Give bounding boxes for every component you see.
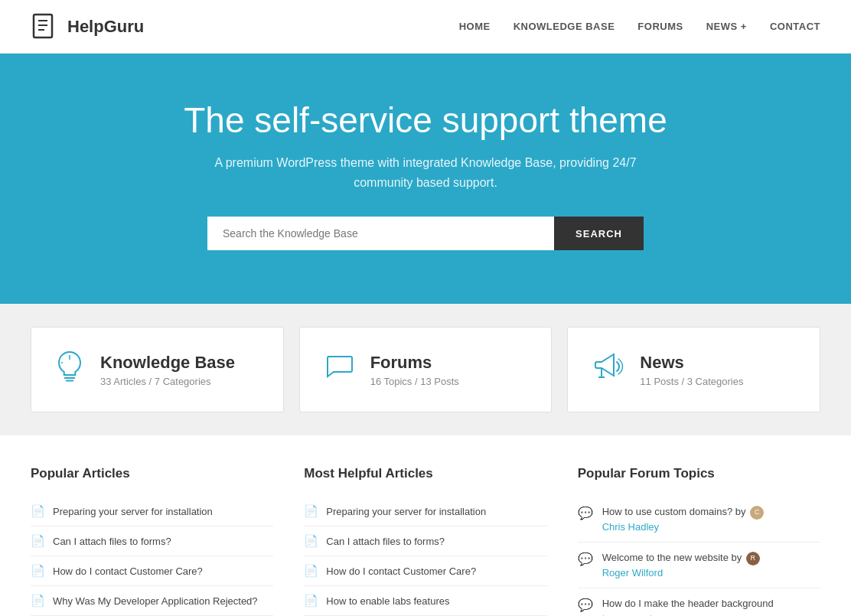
hero-subtitle: A premium WordPress theme with integrate… (211, 153, 640, 192)
forum-topics-heading: Popular Forum Topics (578, 466, 820, 481)
stat-title-knowledge-base: Knowledge Base (100, 353, 235, 373)
forum-topics-col: Popular Forum Topics 💬 How to use custom… (578, 466, 820, 616)
nav-home[interactable]: HOME (459, 21, 491, 32)
stat-title-forums: Forums (370, 353, 459, 373)
forum-author-link[interactable]: Chris Hadley (602, 521, 659, 533)
stat-info-news: News 11 Posts / 3 Categories (640, 353, 743, 387)
list-item[interactable]: 📄 Can I attach files to forms? (31, 526, 273, 556)
nav-knowledge-base[interactable]: KNOWLEDGE BASE (514, 21, 615, 32)
logo-icon (31, 12, 60, 41)
stat-card-knowledge-base[interactable]: Knowledge Base 33 Articles / 7 Categorie… (31, 327, 284, 412)
stat-detail-forums: 16 Topics / 13 Posts (370, 376, 459, 387)
popular-articles-col: Popular Articles 📄 Preparing your server… (31, 466, 273, 616)
stats-section: Knowledge Base 33 Articles / 7 Categorie… (0, 304, 851, 435)
stat-info-forums: Forums 16 Topics / 13 Posts (370, 353, 459, 387)
doc-icon: 📄 (31, 504, 45, 518)
site-header: HelpGuru HOME KNOWLEDGE BASE FORUMS NEWS… (0, 0, 851, 54)
forum-list-item[interactable]: 💬 Welcome to the new website by R Roger … (578, 543, 820, 588)
helpful-articles-heading: Most Helpful Articles (304, 466, 546, 481)
forum-list-item[interactable]: 💬 How to use custom domains? by C Chris … (578, 497, 820, 543)
search-bar: SEARCH (207, 217, 644, 250)
doc-icon: 📄 (304, 534, 318, 548)
popular-articles-heading: Popular Articles (31, 466, 273, 481)
doc-icon: 📄 (31, 534, 45, 548)
search-input[interactable] (207, 217, 554, 250)
search-button[interactable]: SEARCH (554, 217, 644, 250)
doc-icon: 📄 (304, 504, 318, 518)
chat-icon (323, 350, 355, 389)
stat-title-news: News (640, 353, 743, 373)
forum-author-link[interactable]: Roger Wilford (602, 567, 663, 579)
nav-contact[interactable]: CONTACT (770, 21, 820, 32)
bottom-section: Popular Articles 📄 Preparing your server… (0, 435, 851, 616)
forum-chat-icon: 💬 (578, 552, 593, 580)
nav-forums[interactable]: FORUMS (637, 21, 683, 32)
logo[interactable]: HelpGuru (31, 12, 144, 41)
helpful-articles-col: Most Helpful Articles 📄 Preparing your s… (304, 466, 546, 616)
list-item[interactable]: 📄 How to enable labs features (304, 586, 546, 616)
bottom-grid: Popular Articles 📄 Preparing your server… (31, 466, 820, 616)
stat-detail-knowledge-base: 33 Articles / 7 Categories (100, 376, 235, 387)
doc-icon: 📄 (31, 564, 45, 578)
nav-news[interactable]: NEWS + (706, 21, 747, 32)
lightbulb-icon (54, 349, 85, 390)
list-item[interactable]: 📄 Why Was My Developer Application Rejec… (31, 586, 273, 616)
stat-card-news[interactable]: News 11 Posts / 3 Categories (567, 327, 820, 412)
list-item[interactable]: 📄 Preparing your server for installation (31, 497, 273, 526)
forum-chat-icon: 💬 (578, 598, 593, 616)
list-item[interactable]: 📄 How do I contact Customer Care? (31, 556, 273, 586)
stat-info-knowledge-base: Knowledge Base 33 Articles / 7 Categorie… (100, 353, 235, 387)
helpful-articles-list: 📄 Preparing your server for installation… (304, 497, 546, 616)
forum-list-item[interactable]: 💬 How do I make the header background tr… (578, 588, 820, 616)
hero-section: The self-service support theme A premium… (0, 54, 851, 304)
list-item[interactable]: 📄 How do I contact Customer Care? (304, 556, 546, 586)
avatar: R (746, 552, 760, 565)
doc-icon: 📄 (31, 594, 45, 608)
hero-title: The self-service support theme (15, 99, 836, 141)
megaphone-icon (591, 351, 624, 389)
forum-chat-icon: 💬 (578, 506, 593, 534)
forum-topics-list: 💬 How to use custom domains? by C Chris … (578, 497, 820, 616)
doc-icon: 📄 (304, 594, 318, 608)
logo-text: HelpGuru (67, 17, 144, 37)
avatar: C (750, 506, 764, 520)
stat-detail-news: 11 Posts / 3 Categories (640, 376, 743, 387)
doc-icon: 📄 (304, 564, 318, 578)
stat-card-forums[interactable]: Forums 16 Topics / 13 Posts (299, 327, 553, 412)
popular-articles-list: 📄 Preparing your server for installation… (31, 497, 273, 616)
list-item[interactable]: 📄 Preparing your server for installation (304, 497, 546, 526)
main-nav: HOME KNOWLEDGE BASE FORUMS NEWS + CONTAC… (459, 21, 820, 32)
stats-grid: Knowledge Base 33 Articles / 7 Categorie… (31, 327, 820, 412)
list-item[interactable]: 📄 Can I attach files to forms? (304, 526, 546, 556)
